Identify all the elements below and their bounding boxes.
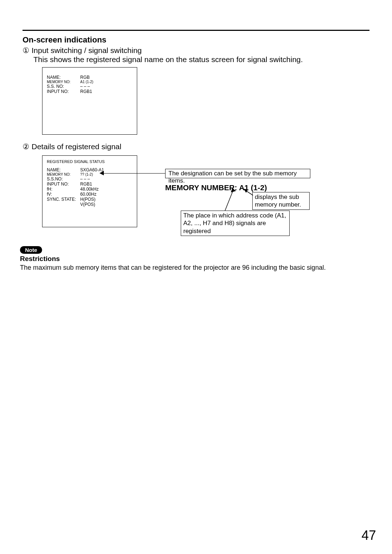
status-row: S.S.NO:– – –: [47, 176, 132, 182]
status-screen-box-2: REGISTERED SIGNAL STATUS NAME:SXGA60-A1M…: [42, 155, 137, 227]
restrictions-body: The maximum sub memory items that can be…: [20, 264, 369, 272]
note-badge: Note: [20, 246, 42, 254]
status-row-label: fV:: [47, 192, 80, 197]
status-row-value: A1 (1-2): [80, 80, 93, 84]
item-1-description: This shows the registered signal name on…: [33, 55, 303, 64]
status-row-label: MEMORY NO:: [47, 80, 80, 84]
status-row-label: SYNC. STATE:: [47, 197, 80, 202]
status-row-value: RGB1: [80, 89, 92, 94]
status-row: MEMORY NO:A1 (1-2): [47, 80, 132, 84]
circle-2-icon: ②: [23, 142, 29, 151]
item-1: ①Input switching / signal switching: [23, 46, 142, 55]
status-row-label: INPUT NO:: [47, 182, 80, 187]
status-row: NAME:SXGA60-A1: [47, 167, 132, 172]
status-row-value: V(POS): [80, 202, 95, 207]
status-row: INPUT NO:RGB1: [47, 182, 132, 187]
status-row-label: fH:: [47, 187, 80, 192]
status-row-label: S.S. NO:: [47, 84, 80, 89]
page-number: 47: [362, 528, 376, 543]
status-row: NAME:RGB: [47, 75, 132, 80]
status-row-value: RGB: [80, 75, 90, 80]
callout-address-code: The place in which address code (A1, A2,…: [181, 211, 290, 236]
status-row: fV:60.00Hz: [47, 192, 132, 197]
status-row: fH:48.00kHz: [47, 187, 132, 192]
manual-page: On-screen indications ①Input switching /…: [0, 0, 392, 554]
status-row-value: H(POS): [80, 197, 95, 202]
status-row: V(POS): [47, 202, 132, 207]
item-2: ②Details of registered signal: [23, 142, 121, 151]
status-row-label: S.S.NO:: [47, 176, 80, 182]
status-row-value: – – –: [80, 176, 90, 182]
status-row-label: [47, 202, 80, 207]
callout-designation: The designation can be set by the sub me…: [165, 169, 310, 178]
status-row: INPUT NO:RGB1: [47, 89, 132, 94]
top-rule: [23, 30, 369, 31]
status-row-label: INPUT NO:: [47, 89, 80, 94]
status-row-label: NAME:: [47, 167, 80, 172]
status-row: S.S. NO:– – –: [47, 84, 132, 89]
status-row-value: 48.00kHz: [80, 187, 99, 192]
item-2-label: Details of registered signal: [32, 142, 121, 151]
section-title: On-screen indications: [23, 35, 106, 45]
status-screen-box-1: NAME:RGBMEMORY NO:A1 (1-2)S.S. NO:– – –I…: [42, 67, 137, 135]
arrow-left-icon: [99, 171, 104, 175]
memory-number-line: MEMORY NUMBER: A1 (1-2): [165, 183, 267, 192]
restrictions-title: Restrictions: [20, 255, 60, 263]
status-row-label: NAME:: [47, 75, 80, 80]
box2-title: REGISTERED SIGNAL STATUS: [47, 159, 132, 164]
status-row-label: MEMORY NO:: [47, 172, 80, 176]
callout-sub-memory: displays the sub memory number.: [252, 192, 310, 210]
status-row-value: 60.00Hz: [80, 192, 97, 197]
status-row: SYNC. STATE:H(POS): [47, 197, 132, 202]
status-row-value: – – –: [80, 84, 90, 89]
item-1-label: Input switching / signal switching: [32, 46, 142, 54]
circle-1-icon: ①: [23, 46, 29, 55]
status-row-value: RGB1: [80, 182, 92, 187]
status-row-value: ?? (1-2): [80, 172, 93, 176]
svg-line-2: [225, 191, 233, 211]
arrow-line: [102, 173, 165, 174]
